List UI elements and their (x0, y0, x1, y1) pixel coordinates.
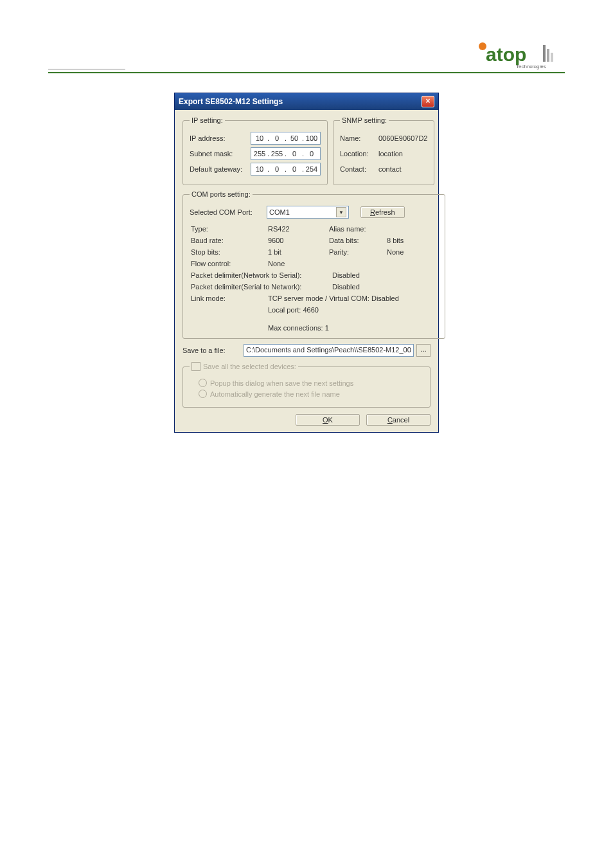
localport-value: Local port: 4660 (268, 306, 319, 314)
page-header: atop Technologies (48, 39, 565, 73)
com-port-value: COM1 (269, 208, 290, 216)
snmp-location-value: location (378, 150, 403, 158)
pd-s2n-value: Disabled (332, 283, 360, 291)
stopbits-value: 1 bit (268, 248, 329, 256)
ip-setting-group: IP setting: IP address: 10. 0. 50. 100 S… (182, 116, 328, 185)
parity-value: None (387, 248, 438, 256)
close-button[interactable]: × (422, 96, 434, 107)
baud-label: Baud rate: (191, 237, 268, 244)
autogen-radio-label: Automatically generate the next file nam… (210, 390, 340, 398)
pd-n2s-label: Packet delimiter(Network to Serial): (191, 271, 332, 279)
subnet-input[interactable]: 255. 255. 0. 0 (251, 147, 321, 160)
snmp-contact-value: contact (378, 165, 401, 173)
browse-button[interactable]: ... (416, 344, 431, 357)
flow-value: None (268, 260, 329, 267)
close-icon: × (425, 96, 430, 105)
alias-value (387, 225, 438, 233)
type-label: Type: (191, 225, 268, 233)
save-all-checkbox (191, 362, 200, 371)
header-title-underline (48, 60, 125, 69)
com-port-select[interactable]: COM1 ▼ (267, 206, 349, 219)
save-file-input[interactable]: C:\Documents and Settings\Peach\\SE8502-… (244, 344, 414, 357)
snmp-name-value: 0060E90607D2 (378, 134, 427, 142)
pd-s2n-label: Packet delimiter(Serial to Network): (191, 283, 332, 291)
snmp-contact-label: Contact: (340, 165, 378, 173)
com-ports-group: COM ports setting: Selected COM Port: CO… (182, 190, 445, 339)
dialog-title: Export SE8502-M12 Settings (179, 97, 283, 106)
stopbits-label: Stop bits: (191, 248, 268, 256)
selected-com-label: Selected COM Port: (190, 208, 267, 216)
parity-label: Parity: (329, 248, 387, 256)
header-left (48, 60, 125, 71)
snmp-location-label: Location: (340, 150, 378, 158)
svg-text:atop: atop (486, 44, 526, 65)
ellipsis-icon: ... (420, 345, 426, 353)
cancel-button[interactable]: Cancel (366, 414, 431, 426)
refresh-button[interactable]: Refresh (360, 206, 405, 218)
alias-label: Alias name: (329, 225, 387, 233)
baud-value: 9600 (268, 237, 329, 244)
ok-button[interactable]: OK (296, 414, 360, 426)
atop-logo: atop Technologies (475, 39, 565, 71)
linkmode-label: Link mode: (191, 294, 268, 302)
snmp-name-label: Name: (340, 134, 378, 142)
popup-radio (199, 379, 207, 387)
pd-n2s-value: Disabled (332, 271, 360, 279)
svg-rect-3 (547, 49, 549, 62)
maxconn-value: Max connections: 1 (268, 324, 329, 332)
chevron-down-icon: ▼ (336, 207, 346, 217)
gateway-input[interactable]: 10. 0. 0. 254 (251, 163, 321, 176)
save-file-label: Save to a file: (182, 347, 244, 354)
type-value: RS422 (268, 225, 329, 233)
svg-text:Technologies: Technologies (516, 64, 546, 69)
com-ports-legend: COM ports setting: (190, 190, 253, 198)
popup-radio-row: Popup this dialog when save the next set… (199, 379, 423, 387)
ip-address-label: IP address: (190, 134, 251, 142)
subnet-label: Subnet mask: (190, 150, 251, 158)
svg-rect-2 (543, 45, 546, 62)
linkmode-value: TCP server mode / Virtual COM: Disabled (268, 294, 399, 302)
popup-radio-label: Popup this dialog when save the next set… (210, 379, 353, 387)
gateway-label: Default gateway: (190, 165, 251, 173)
flow-label: Flow control: (191, 260, 268, 267)
databits-value: 8 bits (387, 237, 438, 244)
export-settings-dialog: Export SE8502-M12 Settings × IP setting:… (174, 93, 439, 433)
autogen-radio (199, 390, 207, 398)
snmp-setting-group: SNMP setting: Name: 0060E90607D2 Locatio… (333, 116, 434, 185)
autogen-radio-row: Automatically generate the next file nam… (199, 390, 423, 398)
dialog-title-bar[interactable]: Export SE8502-M12 Settings × (175, 93, 438, 110)
svg-rect-4 (551, 53, 553, 62)
ip-address-input[interactable]: 10. 0. 50. 100 (251, 132, 321, 145)
ip-setting-legend: IP setting: (190, 116, 225, 124)
save-all-group: Save all the selected devices: Popup thi… (182, 362, 431, 408)
save-all-legend: Save all the selected devices: (190, 362, 298, 371)
snmp-setting-legend: SNMP setting: (340, 116, 389, 124)
databits-label: Data bits: (329, 237, 387, 244)
